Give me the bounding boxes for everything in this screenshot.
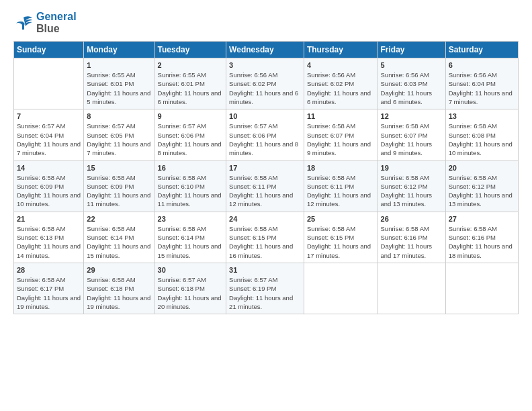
day-number: 6 [449, 61, 515, 69]
calendar-cell: 13Sunrise: 6:58 AM Sunset: 6:08 PM Dayli… [445, 109, 518, 161]
column-header-tuesday: Tuesday [154, 42, 226, 58]
calendar-cell [14, 58, 84, 109]
day-number: 30 [158, 266, 224, 274]
day-info: Sunrise: 6:58 AM Sunset: 6:14 PM Dayligh… [158, 224, 224, 260]
day-info: Sunrise: 6:57 AM Sunset: 6:06 PM Dayligh… [229, 122, 301, 157]
day-info: Sunrise: 6:56 AM Sunset: 6:04 PM Dayligh… [449, 71, 515, 106]
calendar-cell: 1Sunrise: 6:55 AM Sunset: 6:01 PM Daylig… [84, 58, 154, 109]
logo: GeneralBlue [13, 11, 77, 34]
calendar-cell: 17Sunrise: 6:58 AM Sunset: 6:11 PM Dayli… [226, 161, 304, 212]
calendar-cell: 22Sunrise: 6:58 AM Sunset: 6:14 PM Dayli… [84, 212, 154, 263]
day-number: 12 [381, 112, 443, 120]
day-info: Sunrise: 6:58 AM Sunset: 6:15 PM Dayligh… [229, 224, 301, 260]
calendar-cell: 29Sunrise: 6:58 AM Sunset: 6:18 PM Dayli… [84, 263, 154, 314]
day-info: Sunrise: 6:56 AM Sunset: 6:02 PM Dayligh… [307, 71, 375, 106]
column-header-monday: Monday [84, 42, 154, 58]
day-info: Sunrise: 6:57 AM Sunset: 6:06 PM Dayligh… [158, 122, 224, 157]
calendar-cell: 10Sunrise: 6:57 AM Sunset: 6:06 PM Dayli… [226, 109, 304, 161]
day-info: Sunrise: 6:58 AM Sunset: 6:11 PM Dayligh… [307, 173, 375, 209]
day-number: 18 [307, 164, 375, 172]
day-number: 1 [87, 61, 151, 69]
column-header-friday: Friday [378, 42, 445, 58]
calendar-cell: 14Sunrise: 6:58 AM Sunset: 6:09 PM Dayli… [14, 161, 84, 212]
day-number: 16 [158, 164, 224, 172]
week-row-2: 7Sunrise: 6:57 AM Sunset: 6:04 PM Daylig… [14, 109, 519, 161]
calendar-cell: 3Sunrise: 6:56 AM Sunset: 6:02 PM Daylig… [226, 58, 304, 109]
calendar-cell: 2Sunrise: 6:55 AM Sunset: 6:01 PM Daylig… [154, 58, 226, 109]
day-info: Sunrise: 6:58 AM Sunset: 6:11 PM Dayligh… [229, 173, 301, 209]
day-number: 14 [17, 164, 81, 172]
day-number: 22 [87, 215, 151, 223]
day-number: 21 [17, 215, 81, 223]
day-number: 9 [158, 112, 224, 120]
calendar-cell: 20Sunrise: 6:58 AM Sunset: 6:12 PM Dayli… [445, 161, 518, 212]
calendar-cell: 15Sunrise: 6:58 AM Sunset: 6:09 PM Dayli… [84, 161, 154, 212]
calendar-cell: 7Sunrise: 6:57 AM Sunset: 6:04 PM Daylig… [14, 109, 84, 161]
logo-text: GeneralBlue [36, 11, 77, 34]
day-info: Sunrise: 6:58 AM Sunset: 6:13 PM Dayligh… [17, 224, 81, 260]
calendar-cell: 31Sunrise: 6:57 AM Sunset: 6:19 PM Dayli… [226, 263, 304, 314]
day-info: Sunrise: 6:58 AM Sunset: 6:07 PM Dayligh… [381, 122, 443, 157]
header: GeneralBlue [13, 11, 519, 34]
day-info: Sunrise: 6:58 AM Sunset: 6:18 PM Dayligh… [87, 275, 151, 311]
day-number: 4 [307, 61, 375, 69]
column-headers: SundayMondayTuesdayWednesdayThursdayFrid… [14, 42, 519, 58]
column-header-saturday: Saturday [445, 42, 518, 58]
column-header-sunday: Sunday [14, 42, 84, 58]
page: GeneralBlue SundayMondayTuesdayWednesday… [0, 0, 532, 411]
day-number: 19 [381, 164, 443, 172]
day-info: Sunrise: 6:55 AM Sunset: 6:01 PM Dayligh… [158, 71, 224, 106]
day-number: 5 [381, 61, 443, 69]
day-number: 29 [87, 266, 151, 274]
day-info: Sunrise: 6:55 AM Sunset: 6:01 PM Dayligh… [87, 71, 151, 106]
week-row-1: 1Sunrise: 6:55 AM Sunset: 6:01 PM Daylig… [14, 58, 519, 109]
week-row-4: 21Sunrise: 6:58 AM Sunset: 6:13 PM Dayli… [14, 212, 519, 263]
calendar-cell: 11Sunrise: 6:58 AM Sunset: 6:07 PM Dayli… [304, 109, 378, 161]
day-info: Sunrise: 6:57 AM Sunset: 6:18 PM Dayligh… [158, 275, 224, 311]
day-number: 25 [307, 215, 375, 223]
day-info: Sunrise: 6:58 AM Sunset: 6:15 PM Dayligh… [307, 224, 375, 260]
calendar-cell: 4Sunrise: 6:56 AM Sunset: 6:02 PM Daylig… [304, 58, 378, 109]
day-number: 23 [158, 215, 224, 223]
logo-icon [13, 15, 34, 31]
calendar-cell: 18Sunrise: 6:58 AM Sunset: 6:11 PM Dayli… [304, 161, 378, 212]
day-number: 26 [381, 215, 443, 223]
day-info: Sunrise: 6:58 AM Sunset: 6:17 PM Dayligh… [17, 275, 81, 311]
week-row-5: 28Sunrise: 6:58 AM Sunset: 6:17 PM Dayli… [14, 263, 519, 314]
day-info: Sunrise: 6:58 AM Sunset: 6:14 PM Dayligh… [87, 224, 151, 260]
calendar-cell [378, 263, 445, 314]
day-number: 11 [307, 112, 375, 120]
day-number: 3 [229, 61, 301, 69]
day-info: Sunrise: 6:58 AM Sunset: 6:10 PM Dayligh… [158, 173, 224, 209]
day-number: 15 [87, 164, 151, 172]
calendar-cell: 21Sunrise: 6:58 AM Sunset: 6:13 PM Dayli… [14, 212, 84, 263]
calendar-cell: 19Sunrise: 6:58 AM Sunset: 6:12 PM Dayli… [378, 161, 445, 212]
day-info: Sunrise: 6:58 AM Sunset: 6:09 PM Dayligh… [87, 173, 151, 209]
day-number: 17 [229, 164, 301, 172]
day-info: Sunrise: 6:58 AM Sunset: 6:16 PM Dayligh… [449, 224, 515, 260]
day-info: Sunrise: 6:56 AM Sunset: 6:02 PM Dayligh… [229, 71, 301, 106]
column-header-thursday: Thursday [304, 42, 378, 58]
calendar-cell: 27Sunrise: 6:58 AM Sunset: 6:16 PM Dayli… [445, 212, 518, 263]
calendar-cell: 12Sunrise: 6:58 AM Sunset: 6:07 PM Dayli… [378, 109, 445, 161]
week-row-3: 14Sunrise: 6:58 AM Sunset: 6:09 PM Dayli… [14, 161, 519, 212]
day-number: 13 [449, 112, 515, 120]
calendar-cell: 26Sunrise: 6:58 AM Sunset: 6:16 PM Dayli… [378, 212, 445, 263]
day-number: 28 [17, 266, 81, 274]
day-number: 8 [87, 112, 151, 120]
day-info: Sunrise: 6:57 AM Sunset: 6:19 PM Dayligh… [229, 275, 301, 311]
calendar-cell: 30Sunrise: 6:57 AM Sunset: 6:18 PM Dayli… [154, 263, 226, 314]
day-number: 27 [449, 215, 515, 223]
column-header-wednesday: Wednesday [226, 42, 304, 58]
day-info: Sunrise: 6:57 AM Sunset: 6:05 PM Dayligh… [87, 122, 151, 157]
day-info: Sunrise: 6:57 AM Sunset: 6:04 PM Dayligh… [17, 122, 81, 157]
calendar-cell: 9Sunrise: 6:57 AM Sunset: 6:06 PM Daylig… [154, 109, 226, 161]
day-info: Sunrise: 6:56 AM Sunset: 6:03 PM Dayligh… [381, 71, 443, 106]
day-number: 7 [17, 112, 81, 120]
calendar-cell: 25Sunrise: 6:58 AM Sunset: 6:15 PM Dayli… [304, 212, 378, 263]
day-number: 10 [229, 112, 301, 120]
calendar-cell: 6Sunrise: 6:56 AM Sunset: 6:04 PM Daylig… [445, 58, 518, 109]
day-info: Sunrise: 6:58 AM Sunset: 6:12 PM Dayligh… [381, 173, 443, 209]
calendar-table: SundayMondayTuesdayWednesdayThursdayFrid… [13, 41, 519, 314]
calendar-cell: 23Sunrise: 6:58 AM Sunset: 6:14 PM Dayli… [154, 212, 226, 263]
